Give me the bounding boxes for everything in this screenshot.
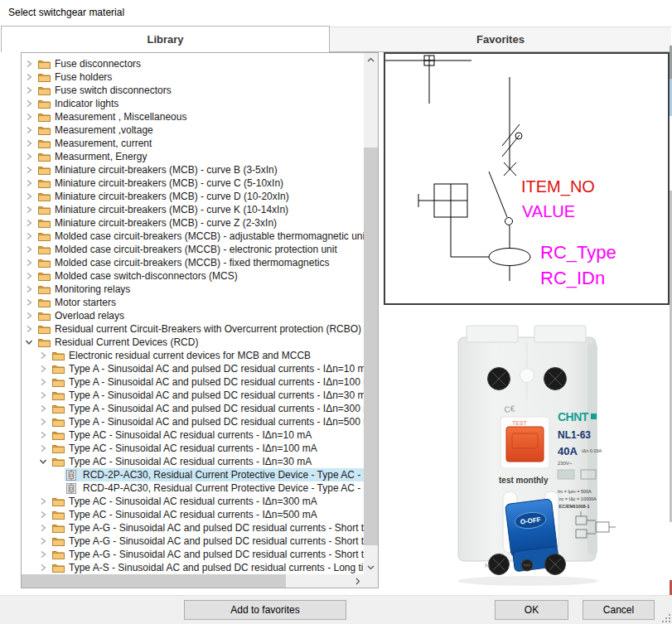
tree-item[interactable]: Type A-G - Sinusoidal AC and pulsed DC r… xyxy=(22,548,364,561)
tree-item[interactable]: Residual Current Devices (RCD) xyxy=(22,336,364,349)
chevron-right-icon[interactable] xyxy=(39,550,52,559)
product-photo: C€ TEST test monthly CHNT NL1-63 40A IΔn… xyxy=(418,317,655,591)
chevron-right-icon[interactable] xyxy=(25,166,38,174)
chevron-right-icon[interactable] xyxy=(25,325,38,333)
tree-item[interactable]: Residual current Circuit-Breakers with O… xyxy=(22,322,364,336)
tree-item[interactable]: Monitoring relays xyxy=(22,283,364,296)
tree-item[interactable]: Miniature circuit-breakers (MCB) - curve… xyxy=(22,203,364,216)
dialog-footer: Add to favorites OK Cancel xyxy=(0,595,672,624)
tree-item[interactable]: Measurment, Energy xyxy=(22,150,364,163)
chevron-right-icon[interactable] xyxy=(39,391,52,399)
scroll-up-icon[interactable] xyxy=(364,53,378,67)
tree-item-label: Type AC - Sinusoidal AC residual current… xyxy=(69,456,315,467)
tree-item[interactable]: Fuse disconnectors xyxy=(22,57,364,70)
chevron-right-icon[interactable] xyxy=(25,126,38,134)
chevron-down-icon[interactable] xyxy=(39,457,52,466)
tree-item[interactable]: Type AC - Sinusoidal AC residual current… xyxy=(22,455,364,468)
tab-favorites-label: Favorites xyxy=(476,33,525,46)
chevron-right-icon[interactable] xyxy=(25,298,38,307)
tree-item[interactable]: RCD-2P-AC30, Residual Current Protective… xyxy=(22,468,364,481)
tab-library[interactable]: Library xyxy=(1,26,330,52)
chevron-right-icon[interactable] xyxy=(25,113,38,121)
chevron-right-icon[interactable] xyxy=(39,537,52,545)
tree-item[interactable]: Molded case circuit-breakers (MCCB) - el… xyxy=(22,243,364,256)
tree-item[interactable]: Motor starters xyxy=(22,296,364,309)
chevron-right-icon[interactable] xyxy=(25,139,38,148)
tree-item[interactable]: Measurement , Miscellaneous xyxy=(22,110,364,123)
tree-item[interactable]: Miniature circuit-breakers (MCB) - curve… xyxy=(22,190,364,203)
ok-button[interactable]: OK xyxy=(495,600,568,620)
chevron-right-icon[interactable] xyxy=(25,152,38,161)
chevron-right-icon[interactable] xyxy=(25,219,38,227)
tree-item[interactable]: Type AC - Sinusoidal AC residual current… xyxy=(22,442,364,455)
horizontal-scroll-thumb[interactable] xyxy=(22,574,286,588)
tree-item[interactable]: Type A - Sinusoidal AC and pulsed DC res… xyxy=(22,389,364,402)
chevron-right-icon[interactable] xyxy=(25,285,38,293)
folder-icon xyxy=(38,297,51,307)
chevron-right-icon[interactable] xyxy=(39,404,52,413)
tree-item-label: Type AC - Sinusoidal AC residual current… xyxy=(69,429,315,441)
chevron-right-icon[interactable] xyxy=(39,431,52,439)
chevron-right-icon[interactable] xyxy=(25,99,38,108)
chevron-right-icon[interactable] xyxy=(39,510,52,519)
tree-item[interactable]: Type AC - Sinusoidal AC residual current… xyxy=(22,508,364,521)
scroll-down-icon[interactable] xyxy=(364,560,378,574)
chevron-right-icon[interactable] xyxy=(25,60,38,68)
folder-icon xyxy=(52,496,65,506)
tree-item[interactable]: Type A - Sinusoidal AC and pulsed DC res… xyxy=(22,375,364,389)
tree-item[interactable]: Type AC - Sinusoidal AC residual current… xyxy=(22,495,364,508)
add-to-favorites-button[interactable]: Add to favorites xyxy=(184,600,346,620)
chevron-right-icon[interactable] xyxy=(39,564,52,572)
scroll-right-icon[interactable] xyxy=(351,574,364,588)
tree-item-label: RCD-2P-AC30, Residual Current Protective… xyxy=(83,469,364,481)
chevron-right-icon[interactable] xyxy=(25,86,38,94)
chevron-right-icon[interactable] xyxy=(25,312,38,320)
tree-item[interactable]: Type A-G - Sinusoidal AC and pulsed DC r… xyxy=(22,535,364,548)
vertical-scroll-thumb[interactable] xyxy=(364,148,378,545)
tree-item[interactable]: Type A-S - Sinusoidal AC and pulsed DC r… xyxy=(22,561,364,574)
tree-item-label: Type AC - Sinusoidal AC residual current… xyxy=(69,509,321,520)
tree-item[interactable]: Measurement ,voltage xyxy=(22,123,364,137)
chevron-right-icon[interactable] xyxy=(25,206,38,214)
tree-item[interactable]: Fuse switch disconnectors xyxy=(22,84,364,97)
chevron-right-icon[interactable] xyxy=(39,524,52,532)
chevron-down-icon[interactable] xyxy=(25,338,38,346)
tree-item[interactable]: Overload relays xyxy=(22,309,364,322)
tree-item[interactable]: Indicator lights xyxy=(22,97,364,110)
chevron-right-icon[interactable] xyxy=(39,365,52,373)
tab-favorites[interactable]: Favorites xyxy=(330,27,671,52)
tree-item[interactable]: Type A - Sinusoidal AC and pulsed DC res… xyxy=(22,362,364,375)
tree-item-label: Molded case circuit-breakers (MCCB) - fi… xyxy=(55,257,332,268)
tree-item[interactable]: Electronic residual current devices for … xyxy=(22,349,364,362)
tree-item[interactable]: Measurement, current xyxy=(22,137,364,150)
tree-item[interactable]: Miniature circuit-breakers (MCB) - curve… xyxy=(22,216,364,230)
tree-item[interactable]: Molded case circuit-breakers (MCCB) - ad… xyxy=(22,230,364,243)
tree-item[interactable]: Fuse holders xyxy=(22,70,364,84)
tree-item[interactable]: RCD-4P-AC30, Residual Current Protective… xyxy=(22,481,364,495)
chevron-right-icon[interactable] xyxy=(25,73,38,81)
tree-item[interactable]: Type A - Sinusoidal AC and pulsed DC res… xyxy=(22,415,364,428)
chevron-right-icon[interactable] xyxy=(39,444,52,452)
cancel-button[interactable]: Cancel xyxy=(583,600,655,620)
tree-item-label: Overload relays xyxy=(55,310,128,322)
horizontal-scrollbar[interactable] xyxy=(22,574,364,588)
chevron-right-icon[interactable] xyxy=(39,351,52,360)
chevron-right-icon[interactable] xyxy=(25,179,38,187)
tree-item[interactable]: Type AC - Sinusoidal AC residual current… xyxy=(22,428,364,442)
chevron-right-icon[interactable] xyxy=(39,378,52,386)
chevron-right-icon[interactable] xyxy=(25,232,38,240)
tree-item[interactable]: Type A-G - Sinusoidal AC and pulsed DC r… xyxy=(22,521,364,535)
tree-item[interactable]: Molded case switch-disconnectors (MCS) xyxy=(22,269,364,283)
tree-item[interactable]: Miniature circuit-breakers (MCB) - curve… xyxy=(22,177,364,190)
resize-grip[interactable] xyxy=(660,612,670,622)
chevron-right-icon[interactable] xyxy=(39,497,52,505)
chevron-right-icon[interactable] xyxy=(25,192,38,201)
tree-item[interactable]: Molded case circuit-breakers (MCCB) - fi… xyxy=(22,256,364,269)
vertical-scrollbar[interactable] xyxy=(364,53,378,574)
tree-item[interactable]: Miniature circuit-breakers (MCB) - curve… xyxy=(22,163,364,177)
chevron-right-icon[interactable] xyxy=(39,418,52,426)
chevron-right-icon[interactable] xyxy=(25,245,38,254)
chevron-right-icon[interactable] xyxy=(25,272,38,280)
chevron-right-icon[interactable] xyxy=(25,259,38,267)
tree-item[interactable]: Type A - Sinusoidal AC and pulsed DC res… xyxy=(22,402,364,415)
